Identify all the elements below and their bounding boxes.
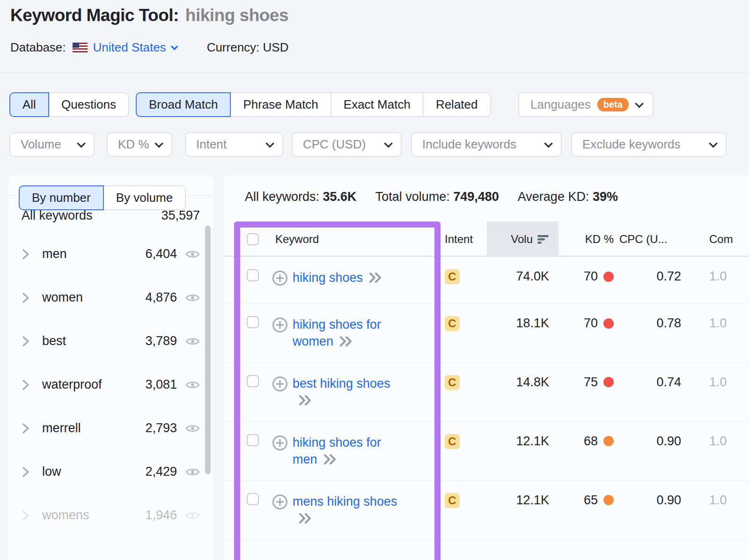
add-keyword-icon[interactable]: [272, 494, 288, 510]
sidebar-item-men[interactable]: men 6,404: [8, 232, 213, 276]
summary-average-kd-value: 39%: [593, 190, 618, 204]
group-label: low: [42, 464, 61, 479]
toggle-by-number[interactable]: By number: [19, 185, 104, 210]
group-count: 4,876: [145, 290, 177, 305]
filter-kd[interactable]: KD %: [107, 132, 172, 157]
filter-chips-row: Volume KD % Intent CPC (USD) Include key…: [0, 132, 749, 157]
column-header-cpc[interactable]: CPC (U...: [619, 221, 685, 257]
sidebar-item-womens[interactable]: womens 1,946: [8, 494, 213, 537]
keyword-cell: hiking shoes: [224, 269, 440, 286]
database-selector[interactable]: United States: [93, 40, 176, 55]
column-header-kd[interactable]: KD %: [558, 221, 619, 257]
eye-icon[interactable]: [185, 336, 200, 346]
filter-include-keywords[interactable]: Include keywords: [411, 132, 562, 157]
add-keyword-icon[interactable]: [272, 270, 288, 286]
database-label: Database:: [10, 40, 66, 55]
keyword-cell: mens hiking shoes: [224, 493, 440, 527]
summary-all-keywords-label: All keywords:: [245, 190, 319, 204]
eye-icon[interactable]: [185, 423, 200, 434]
open-keyword-icon[interactable]: [368, 272, 382, 283]
kd-value: 70: [584, 269, 598, 284]
keyword-link[interactable]: mens hiking shoes: [293, 493, 407, 527]
filter-kd-label: KD %: [118, 137, 149, 152]
sort-descending-icon: [537, 234, 549, 244]
tab-all[interactable]: All: [9, 92, 49, 117]
keyword-link[interactable]: hiking shoes for women: [293, 316, 407, 350]
eye-icon[interactable]: [185, 293, 200, 303]
table-row: hiking shoes C 74.0K 70 0.72 1.0: [224, 257, 749, 303]
keyword-link[interactable]: hiking shoes: [293, 269, 407, 286]
add-keyword-icon[interactable]: [272, 376, 288, 392]
tab-exact-match[interactable]: Exact Match: [330, 92, 424, 117]
volume-value: 12.1K: [487, 434, 558, 449]
languages-label: Languages: [530, 97, 591, 112]
volume-value: 12.1K: [487, 493, 558, 508]
kd-difficulty-dot: [603, 318, 614, 329]
filter-cpc[interactable]: CPC (USD): [292, 132, 402, 157]
add-keyword-icon[interactable]: [272, 317, 288, 333]
tab-broad-match[interactable]: Broad Match: [136, 92, 231, 117]
group-count: 3,081: [145, 377, 177, 392]
volume-value: 14.8K: [487, 375, 558, 390]
column-header-com[interactable]: Com: [685, 221, 749, 257]
group-label: women: [42, 290, 83, 305]
tab-phrase-match[interactable]: Phrase Match: [230, 92, 331, 117]
eye-icon[interactable]: [185, 380, 200, 390]
chevron-down-icon: [265, 139, 274, 147]
filter-volume[interactable]: Volume: [9, 132, 95, 157]
kd-difficulty-dot: [603, 436, 614, 446]
kd-value: 70: [584, 316, 598, 331]
intent-badge-commercial: C: [445, 375, 460, 390]
tab-questions[interactable]: Questions: [48, 92, 129, 117]
sidebar-item-waterproof[interactable]: waterproof 3,081: [8, 363, 213, 406]
filter-volume-label: Volume: [21, 137, 61, 152]
chevron-down-icon: [709, 139, 717, 147]
results-summary: All keywords: 35.6K Total volume: 749,48…: [224, 176, 749, 204]
eye-icon[interactable]: [185, 467, 200, 477]
chevron-right-icon: [22, 466, 30, 478]
sidebar-item-merrell[interactable]: merrell 2,793: [8, 406, 213, 450]
intent-cell: C: [440, 434, 487, 449]
header-divider: [0, 73, 749, 73]
group-label: men: [42, 247, 67, 261]
sidebar-item-women[interactable]: women 4,876: [8, 276, 213, 319]
cpc-value: 0.74: [619, 375, 685, 390]
row-checkbox[interactable]: [247, 316, 259, 328]
summary-total-volume: Total volume: 749,480: [375, 190, 499, 204]
row-checkbox[interactable]: [247, 493, 259, 505]
com-value: 1.0: [685, 316, 749, 331]
select-all-checkbox[interactable]: [247, 233, 259, 245]
column-header-volume[interactable]: Volu: [487, 221, 558, 257]
filter-intent[interactable]: Intent: [185, 132, 283, 157]
row-checkbox[interactable]: [247, 269, 259, 281]
sidebar-scrollbar[interactable]: [205, 226, 211, 474]
row-checkbox[interactable]: [247, 434, 259, 446]
tab-related[interactable]: Related: [423, 92, 491, 117]
cpc-value: 0.72: [619, 269, 685, 284]
kd-difficulty-dot: [603, 272, 614, 282]
kd-value: 75: [584, 375, 598, 390]
open-keyword-icon[interactable]: [298, 513, 312, 524]
header-keyword-cell: Keyword: [224, 221, 440, 257]
keyword-link[interactable]: best hiking shoes: [293, 375, 407, 409]
add-keyword-icon[interactable]: [272, 435, 288, 451]
open-keyword-icon[interactable]: [323, 454, 337, 465]
table-row: mens hiking shoes C 12.1K 65 0.90 1.0: [224, 480, 749, 539]
sidebar-item-low[interactable]: low 2,429: [8, 450, 213, 494]
eye-icon[interactable]: [185, 249, 200, 259]
column-header-intent[interactable]: Intent: [440, 221, 487, 257]
summary-total-volume-value: 749,480: [453, 190, 499, 204]
sidebar-item-best[interactable]: best 3,789: [8, 319, 213, 363]
chevron-down-icon: [170, 43, 178, 51]
keyword-link[interactable]: hiking shoes for men: [293, 434, 407, 468]
group-label: best: [42, 334, 66, 348]
languages-dropdown[interactable]: Languages beta: [518, 92, 654, 117]
open-keyword-icon[interactable]: [339, 336, 353, 347]
com-value: 1.0: [685, 375, 749, 390]
row-checkbox[interactable]: [247, 375, 259, 387]
filter-exclude-keywords[interactable]: Exclude keywords: [571, 132, 727, 157]
open-keyword-icon[interactable]: [298, 395, 312, 406]
eye-icon[interactable]: [185, 510, 200, 521]
group-count: 6,404: [145, 247, 177, 261]
summary-average-kd: Average KD: 39%: [518, 190, 618, 204]
